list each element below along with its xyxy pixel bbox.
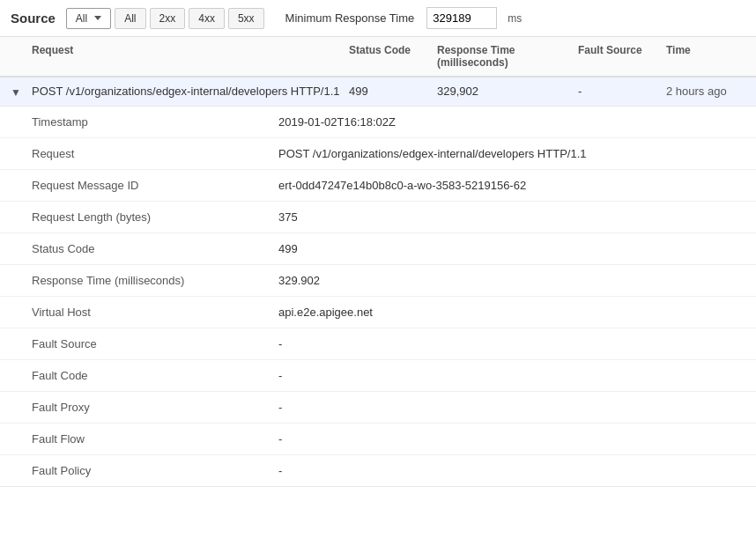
detail-key: Request Message ID xyxy=(32,179,278,192)
min-response-input[interactable] xyxy=(426,7,497,29)
col-status-code: Status Code xyxy=(349,44,437,69)
row-request: POST /v1/organizations/edgex-internal/de… xyxy=(32,85,349,98)
detail-value: - xyxy=(278,464,724,477)
detail-value: - xyxy=(278,432,724,446)
detail-row: Fault Code- xyxy=(0,360,756,392)
filter-group: All All 2xx 4xx 5xx xyxy=(66,8,264,29)
detail-value: 375 xyxy=(278,210,724,224)
table-row[interactable]: ▼ POST /v1/organizations/edgex-internal/… xyxy=(0,77,756,107)
detail-key: Status Code xyxy=(32,242,278,255)
filter-all-button[interactable]: All xyxy=(115,8,145,29)
row-status-code: 499 xyxy=(349,85,437,98)
detail-key: Fault Flow xyxy=(32,432,278,446)
col-time: Time xyxy=(666,44,745,69)
filter-4xx-button[interactable]: 4xx xyxy=(189,8,225,29)
detail-key: Virtual Host xyxy=(32,306,278,319)
detail-value: - xyxy=(278,337,724,350)
detail-key: Fault Proxy xyxy=(32,401,278,414)
row-fault-source: - xyxy=(578,85,666,98)
filter-all-dropdown[interactable]: All xyxy=(66,8,111,29)
detail-row: Virtual Hostapi.e2e.apigee.net xyxy=(0,297,756,328)
row-expand-icon[interactable]: ▼ xyxy=(11,85,32,99)
detail-row: Response Time (milliseconds)329.902 xyxy=(0,265,756,297)
detail-key: Fault Code xyxy=(32,369,278,382)
col-fault-source: Fault Source xyxy=(578,44,666,69)
detail-key: Request Length (bytes) xyxy=(32,210,278,224)
row-time: 2 hours ago xyxy=(666,85,745,98)
filter-all-dropdown-label: All xyxy=(76,12,87,25)
detail-key: Request xyxy=(32,147,278,160)
detail-row: Request Length (bytes)375 xyxy=(0,202,756,233)
detail-row: Request Message IDert-0dd47247e14b0b8c0-… xyxy=(0,170,756,202)
col-response-time: Response Time (milliseconds) xyxy=(437,44,578,69)
table-header: Request Status Code Response Time (milli… xyxy=(0,37,756,77)
min-response-label: Minimum Response Time xyxy=(285,11,415,25)
detail-value: - xyxy=(278,401,724,414)
detail-value: - xyxy=(278,369,724,382)
requests-table: Request Status Code Response Time (milli… xyxy=(0,37,756,487)
detail-value: 329.902 xyxy=(278,274,724,287)
dropdown-caret-icon xyxy=(94,16,101,20)
detail-value: POST /v1/organizations/edgex-internal/de… xyxy=(278,147,724,160)
detail-value: 2019-01-02T16:18:02Z xyxy=(278,115,724,129)
detail-key: Response Time (milliseconds) xyxy=(32,274,278,287)
detail-value: ert-0dd47247e14b0b8c0-a-wo-3583-5219156-… xyxy=(278,179,724,192)
detail-key: Fault Source xyxy=(32,337,278,350)
detail-key: Fault Policy xyxy=(32,464,278,477)
source-label: Source xyxy=(11,11,56,26)
detail-key: Timestamp xyxy=(32,115,278,129)
col-request: Request xyxy=(32,44,349,69)
detail-row: RequestPOST /v1/organizations/edgex-inte… xyxy=(0,138,756,170)
detail-row: Timestamp2019-01-02T16:18:02Z xyxy=(0,107,756,138)
row-response-time: 329,902 xyxy=(437,85,578,98)
toolbar: Source All All 2xx 4xx 5xx Minimum Respo… xyxy=(0,0,756,37)
detail-section: Timestamp2019-01-02T16:18:02ZRequestPOST… xyxy=(0,107,756,487)
detail-row: Fault Flow- xyxy=(0,424,756,455)
detail-row: Fault Source- xyxy=(0,328,756,360)
filter-2xx-button[interactable]: 2xx xyxy=(150,8,186,29)
detail-value: api.e2e.apigee.net xyxy=(278,306,724,319)
detail-row: Status Code499 xyxy=(0,233,756,265)
detail-value: 499 xyxy=(278,242,724,255)
ms-label: ms xyxy=(508,12,522,25)
detail-row: Fault Proxy- xyxy=(0,392,756,424)
detail-row: Fault Policy- xyxy=(0,455,756,486)
filter-5xx-button[interactable]: 5xx xyxy=(228,8,264,29)
